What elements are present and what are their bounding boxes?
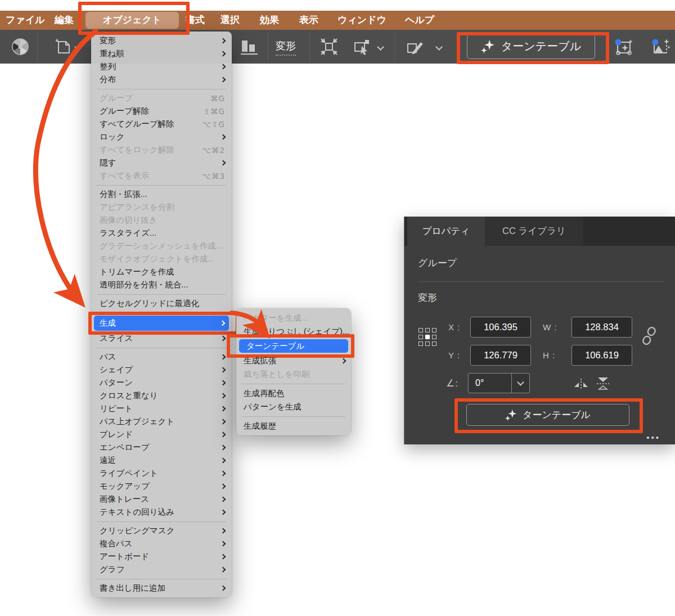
submenu-chevron-icon [220,321,226,326]
menubar-item[interactable]: 表示 [299,11,318,30]
menubar-item[interactable]: オブジェクト [86,12,179,29]
menu-item[interactable]: 生成 [94,316,229,331]
menu-item[interactable]: 変形 [91,34,232,47]
more-options-button[interactable]: ••• [646,433,660,442]
toolbar-separator [37,32,38,61]
menu-item[interactable]: トリムマークを作成 [91,266,232,278]
menubar-item[interactable]: 編集 [55,11,74,30]
menu-item[interactable]: シェイプ [91,363,232,376]
menu-item[interactable]: エンベロープ [91,441,232,454]
reference-point-selector[interactable] [418,328,439,348]
transform-section-heading: 変形 [418,291,437,304]
unlink-proportions-icon[interactable] [641,325,658,347]
menu-item[interactable]: パス上オブジェクト [91,415,232,428]
menubar-item[interactable]: 効果 [260,11,279,30]
color-wheel-icon[interactable] [11,38,29,56]
menu-item: 画像の切り抜き [91,214,232,227]
menu-item[interactable]: グラフ [91,563,232,576]
angle-dropdown[interactable]: 0° [468,373,530,393]
y-field[interactable]: 126.779 [470,345,531,366]
menu-item-label: 書き出し用に追加 [100,583,165,593]
shrink-to-fit-icon[interactable] [320,38,339,56]
menu-item[interactable]: 分割・拡張... [91,188,232,201]
flip-vertical-icon[interactable] [596,376,610,391]
menu-item-shortcut: ⌥⌘3 [202,172,225,181]
menu-item[interactable]: クリッピングマスク [91,524,232,537]
menu-item[interactable]: 分布 [91,73,232,86]
menu-item[interactable]: ピクセルグリッドに最適化 [91,297,232,310]
menu-item[interactable]: 隠す [91,156,232,169]
select-object-icon[interactable] [353,39,371,56]
menu-item[interactable]: 書き出し用に追加 [91,582,232,595]
menu-item[interactable]: ブレンド [91,428,232,441]
menu-item[interactable]: 遠近 [91,454,232,467]
chevron-down-icon[interactable] [74,43,82,51]
menu-item[interactable]: パス [91,350,232,363]
turntable-toolbar-button[interactable]: ターンテーブル [467,34,595,59]
toolbar-separator [395,32,395,61]
menu-item[interactable]: 生成拡張 [236,354,351,367]
menu-item[interactable]: ロック [91,131,232,143]
toolbar-separator [268,32,268,61]
menu-item[interactable]: パターン [91,376,232,389]
menubar-item[interactable]: ウィンドウ [338,11,386,30]
new-artboard-icon[interactable] [54,38,72,55]
menu-item[interactable]: テキストの回り込み [91,506,232,519]
h-field[interactable]: 106.619 [572,345,632,366]
x-field[interactable]: 106.395 [470,317,531,338]
menu-item-label: 分割・拡張... [100,189,147,200]
menu-item-shortcut: ⇧⌘G [204,107,225,116]
menu-item-label: すべてをロック解除 [100,145,174,155]
menu-item[interactable]: 生成塗りつぶし (シェイプ)... [236,325,351,338]
tab-cc-libraries[interactable]: CC ライブラリ [485,217,583,246]
menu-item: すべてを表示⌥⌘3 [91,169,232,182]
generative-image-icon[interactable] [651,38,670,57]
menu-item-label: パス上オブジェクト [100,416,174,427]
menubar-item[interactable]: ヘルプ [405,11,434,30]
menu-item[interactable]: グループ解除⇧⌘G [91,105,232,118]
turntable-panel-button[interactable]: ターンテーブル [466,404,629,426]
menu-item[interactable]: クロスと重なり [91,389,232,402]
chart-columns-icon[interactable] [240,38,260,56]
menu-item[interactable]: ターンテーブル [239,339,348,353]
w-field[interactable]: 128.834 [572,317,632,338]
menubar-item[interactable]: 選択 [220,11,240,30]
chevron-down-icon[interactable] [377,43,384,51]
menu-item-label: ベクターを生成... [244,313,308,323]
menu-item[interactable]: リピート [91,402,232,415]
menu-item: グループ⌘G [91,92,232,105]
menu-item[interactable]: アートボード [91,550,232,563]
submenu-chevron-icon [220,432,226,438]
menu-item[interactable]: 生成再配色 [236,386,351,400]
submenu-chevron-icon [220,445,226,451]
edit-path-icon[interactable] [406,38,425,56]
menu-item[interactable]: 重ね順 [91,47,232,60]
menu-item-label: スライス [100,333,133,344]
sparkles-icon [481,39,496,54]
angle-label: ∠: [446,377,458,389]
menu-item[interactable]: 画像トレース [91,493,232,506]
generate-vector-icon[interactable] [614,38,633,57]
flip-horizontal-icon[interactable] [573,377,589,390]
menu-item[interactable]: 複合パス [91,537,232,550]
menu-item[interactable]: 透明部分を分割・統合... [91,278,232,291]
menu-item-label: 画像の切り抜き [100,215,158,226]
tab-properties[interactable]: プロパティ [407,217,485,246]
angle-dropdown-chevron[interactable] [511,374,529,393]
menubar-item[interactable]: 書式 [186,11,205,30]
menu-item[interactable]: モックアップ [91,480,232,493]
menu-item[interactable]: すべてグループ解除⌥⇧G [91,118,232,131]
menu-item[interactable]: 生成履歴 [236,419,351,433]
submenu-chevron-icon [220,484,226,489]
menu-item[interactable]: パターンを生成 [236,400,351,413]
menu-item[interactable]: スライス [91,332,232,345]
submenu-chevron-icon [220,380,226,386]
menu-item[interactable]: 整列 [91,60,232,73]
transform-toolbar-button[interactable]: 変形 [276,39,296,56]
menubar-item[interactable]: ファイル [6,11,45,30]
chevron-down-icon[interactable] [435,43,443,51]
menu-item[interactable]: ライブペイント [91,467,232,480]
menu-item-label: グラフ [100,564,125,575]
menu-item[interactable]: ラスタライズ... [91,227,232,240]
menu-item-label: 遠近 [100,455,116,466]
